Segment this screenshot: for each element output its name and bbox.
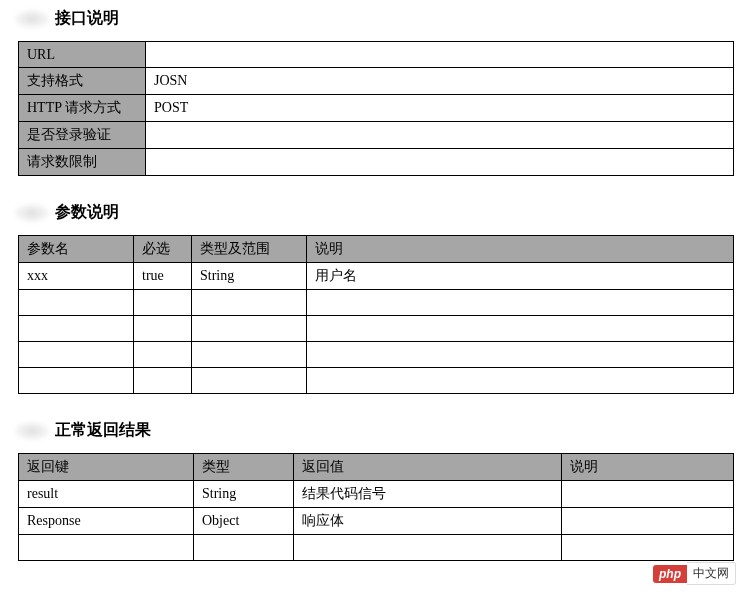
response-desc: [562, 535, 734, 561]
param-name: [19, 316, 134, 342]
api-value-limit: [146, 149, 734, 176]
param-required: [134, 316, 192, 342]
section-number-blur: [15, 204, 49, 222]
param-required: [134, 368, 192, 394]
table-row: HTTP 请求方式 POST: [19, 95, 734, 122]
section-header-params: 参数说明: [15, 202, 731, 223]
api-value-method: POST: [146, 95, 734, 122]
table-row: URL: [19, 42, 734, 68]
response-value: 响应体: [294, 508, 562, 535]
param-type: [192, 342, 307, 368]
table-row: xxx true String 用户名: [19, 263, 734, 290]
params-header-name: 参数名: [19, 236, 134, 263]
response-value: 结果代码信号: [294, 481, 562, 508]
response-key: Response: [19, 508, 194, 535]
table-row: [19, 535, 734, 561]
param-desc: 用户名: [307, 263, 734, 290]
response-header-type: 类型: [194, 454, 294, 481]
table-row: [19, 290, 734, 316]
param-type: String: [192, 263, 307, 290]
api-label-format: 支持格式: [19, 68, 146, 95]
params-table: 参数名 必选 类型及范围 说明 xxx true String 用户名: [18, 235, 734, 394]
watermark-text: 中文网: [687, 562, 736, 585]
param-desc: [307, 316, 734, 342]
table-row: 支持格式 JOSN: [19, 68, 734, 95]
table-header-row: 返回键 类型 返回值 说明: [19, 454, 734, 481]
table-header-row: 参数名 必选 类型及范围 说明: [19, 236, 734, 263]
params-header-required: 必选: [134, 236, 192, 263]
response-type: String: [194, 481, 294, 508]
table-row: [19, 316, 734, 342]
param-desc: [307, 342, 734, 368]
section-params: 参数说明 参数名 必选 类型及范围 说明 xxx true String 用户名: [15, 202, 731, 394]
params-header-type: 类型及范围: [192, 236, 307, 263]
param-desc: [307, 368, 734, 394]
param-required: [134, 342, 192, 368]
table-row: Response Object 响应体: [19, 508, 734, 535]
response-desc: [562, 481, 734, 508]
table-row: 是否登录验证: [19, 122, 734, 149]
section-response: 正常返回结果 返回键 类型 返回值 说明 result String 结果代码信…: [15, 420, 731, 561]
response-table: 返回键 类型 返回值 说明 result String 结果代码信号 Respo…: [18, 453, 734, 561]
param-type: [192, 290, 307, 316]
table-row: 请求数限制: [19, 149, 734, 176]
param-required: [134, 290, 192, 316]
param-type: [192, 368, 307, 394]
param-name: [19, 290, 134, 316]
response-header-desc: 说明: [562, 454, 734, 481]
watermark: php 中文网: [653, 562, 736, 585]
table-row: [19, 342, 734, 368]
response-type: [194, 535, 294, 561]
watermark-badge: php: [653, 565, 687, 583]
api-table: URL 支持格式 JOSN HTTP 请求方式 POST 是否登录验证 请求数限…: [18, 41, 734, 176]
table-row: result String 结果代码信号: [19, 481, 734, 508]
param-required: true: [134, 263, 192, 290]
param-desc: [307, 290, 734, 316]
section-header-api: 接口说明: [15, 8, 731, 29]
params-header-desc: 说明: [307, 236, 734, 263]
response-key: result: [19, 481, 194, 508]
api-label-method: HTTP 请求方式: [19, 95, 146, 122]
api-label-auth: 是否登录验证: [19, 122, 146, 149]
table-row: [19, 368, 734, 394]
api-value-format: JOSN: [146, 68, 734, 95]
api-label-url: URL: [19, 42, 146, 68]
api-value-url: [146, 42, 734, 68]
param-name: [19, 368, 134, 394]
response-header-value: 返回值: [294, 454, 562, 481]
section-title-api: 接口说明: [55, 8, 119, 29]
response-desc: [562, 508, 734, 535]
response-value: [294, 535, 562, 561]
response-key: [19, 535, 194, 561]
section-title-params: 参数说明: [55, 202, 119, 223]
section-number-blur: [15, 422, 49, 440]
section-title-response: 正常返回结果: [55, 420, 151, 441]
api-value-auth: [146, 122, 734, 149]
response-type: Object: [194, 508, 294, 535]
param-name: xxx: [19, 263, 134, 290]
api-label-limit: 请求数限制: [19, 149, 146, 176]
param-type: [192, 316, 307, 342]
param-name: [19, 342, 134, 368]
section-api: 接口说明 URL 支持格式 JOSN HTTP 请求方式 POST 是否登录验证…: [15, 8, 731, 176]
section-header-response: 正常返回结果: [15, 420, 731, 441]
section-number-blur: [15, 10, 49, 28]
response-header-key: 返回键: [19, 454, 194, 481]
